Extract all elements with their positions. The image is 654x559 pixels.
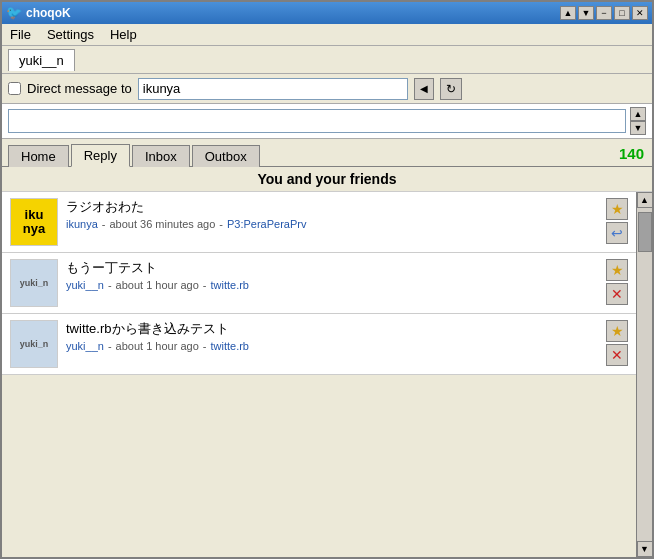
tweet-item: yuki_n もうー丁テスト yuki__n - about 1 hour ag… bbox=[2, 253, 636, 314]
star-button[interactable]: ★ bbox=[606, 320, 628, 342]
input-scroll-controls: ▲ ▼ bbox=[630, 107, 646, 135]
avatar: ikunya bbox=[10, 198, 58, 246]
minimize-button[interactable]: − bbox=[596, 6, 612, 20]
tweet-body: もうー丁テスト yuki__n - about 1 hour ago - twi… bbox=[66, 259, 598, 307]
tweet-meta: ikunya - about 36 minutes ago - P3:PeraP… bbox=[66, 218, 598, 230]
tweet-count-badge: 140 bbox=[619, 145, 644, 162]
scroll-down-btn[interactable]: ▼ bbox=[578, 6, 594, 20]
tab-outbox[interactable]: Outbox bbox=[192, 145, 260, 167]
menu-bar: File Settings Help bbox=[2, 24, 652, 46]
feed-list: ikunya ラジオおわた ikunya - about 36 minutes … bbox=[2, 192, 636, 557]
tweet-time: about 36 minutes ago bbox=[109, 218, 215, 230]
tweet-body: ラジオおわた ikunya - about 36 minutes ago - P… bbox=[66, 198, 598, 246]
window-title: choqoK bbox=[26, 6, 71, 20]
main-window: 🐦 choqoK ▲ ▼ − □ ✕ File Settings Help yu… bbox=[0, 0, 654, 559]
tweet-input[interactable] bbox=[8, 109, 626, 133]
tweet-separator2: - bbox=[219, 218, 223, 230]
dm-refresh-button[interactable]: ↻ bbox=[440, 78, 462, 100]
tweet-meta: yuki__n - about 1 hour ago - twitte.rb bbox=[66, 340, 598, 352]
text-input-bar: ▲ ▼ bbox=[2, 104, 652, 139]
scrollbar-down-button[interactable]: ▼ bbox=[637, 541, 653, 557]
scrollbar-thumb[interactable] bbox=[638, 212, 652, 252]
delete-button[interactable]: ✕ bbox=[606, 344, 628, 366]
dm-bar: Direct message to ◀ ↻ bbox=[2, 74, 652, 104]
feed-header: You and your friends bbox=[2, 167, 652, 192]
tweet-item: ikunya ラジオおわた ikunya - about 36 minutes … bbox=[2, 192, 636, 253]
tweet-separator: - bbox=[108, 340, 112, 352]
tweet-text: ラジオおわた bbox=[66, 198, 598, 216]
tweet-author-link[interactable]: yuki__n bbox=[66, 340, 104, 352]
tweet-actions: ★ ✕ bbox=[606, 259, 628, 307]
avatar: yuki_n bbox=[10, 259, 58, 307]
tweet-separator2: - bbox=[203, 340, 207, 352]
tweet-body: twitte.rbから書き込みテスト yuki__n - about 1 hou… bbox=[66, 320, 598, 368]
tweet-actions: ★ ↩ bbox=[606, 198, 628, 246]
tweet-source-link[interactable]: twitte.rb bbox=[210, 279, 249, 291]
tab-inbox[interactable]: Inbox bbox=[132, 145, 190, 167]
title-bar-controls: ▲ ▼ − □ ✕ bbox=[560, 6, 648, 20]
scrollbar-track[interactable] bbox=[637, 208, 652, 541]
avatar: yuki_n bbox=[10, 320, 58, 368]
tweet-separator: - bbox=[108, 279, 112, 291]
title-bar-left: 🐦 choqoK bbox=[6, 5, 71, 21]
tweet-item: yuki_n twitte.rbから書き込みテスト yuki__n - abou… bbox=[2, 314, 636, 375]
tweet-separator: - bbox=[102, 218, 106, 230]
account-bar: yuki__n bbox=[2, 46, 652, 74]
input-scroll-up[interactable]: ▲ bbox=[630, 107, 646, 121]
reply-button[interactable]: ↩ bbox=[606, 222, 628, 244]
tweet-time: about 1 hour ago bbox=[116, 279, 199, 291]
title-bar: 🐦 choqoK ▲ ▼ − □ ✕ bbox=[2, 2, 652, 24]
tweet-source-link[interactable]: P3:PeraPeraPrv bbox=[227, 218, 306, 230]
tweet-source-link[interactable]: twitte.rb bbox=[210, 340, 249, 352]
tweet-text: もうー丁テスト bbox=[66, 259, 598, 277]
scrollbar-up-button[interactable]: ▲ bbox=[637, 192, 653, 208]
feed-container: ikunya ラジオおわた ikunya - about 36 minutes … bbox=[2, 192, 652, 557]
delete-button[interactable]: ✕ bbox=[606, 283, 628, 305]
input-scroll-down[interactable]: ▼ bbox=[630, 121, 646, 135]
tabs-bar: Home Reply Inbox Outbox 140 bbox=[2, 139, 652, 167]
tab-reply[interactable]: Reply bbox=[71, 144, 130, 167]
account-tab[interactable]: yuki__n bbox=[8, 49, 75, 71]
dm-recipient-input[interactable] bbox=[138, 78, 408, 100]
menu-help[interactable]: Help bbox=[106, 25, 141, 44]
menu-file[interactable]: File bbox=[6, 25, 35, 44]
tweet-separator2: - bbox=[203, 279, 207, 291]
tab-home[interactable]: Home bbox=[8, 145, 69, 167]
app-icon: 🐦 bbox=[6, 5, 22, 21]
tweet-time: about 1 hour ago bbox=[116, 340, 199, 352]
feed-scrollbar: ▲ ▼ bbox=[636, 192, 652, 557]
menu-settings[interactable]: Settings bbox=[43, 25, 98, 44]
close-button[interactable]: ✕ bbox=[632, 6, 648, 20]
star-button[interactable]: ★ bbox=[606, 259, 628, 281]
dm-checkbox[interactable] bbox=[8, 82, 21, 95]
dm-label: Direct message to bbox=[27, 81, 132, 96]
tweet-meta: yuki__n - about 1 hour ago - twitte.rb bbox=[66, 279, 598, 291]
maximize-button[interactable]: □ bbox=[614, 6, 630, 20]
tweet-author-link[interactable]: ikunya bbox=[66, 218, 98, 230]
tweet-text: twitte.rbから書き込みテスト bbox=[66, 320, 598, 338]
tweet-author-link[interactable]: yuki__n bbox=[66, 279, 104, 291]
tweet-actions: ★ ✕ bbox=[606, 320, 628, 368]
star-button[interactable]: ★ bbox=[606, 198, 628, 220]
dm-arrow-button[interactable]: ◀ bbox=[414, 78, 434, 100]
scroll-up-btn[interactable]: ▲ bbox=[560, 6, 576, 20]
